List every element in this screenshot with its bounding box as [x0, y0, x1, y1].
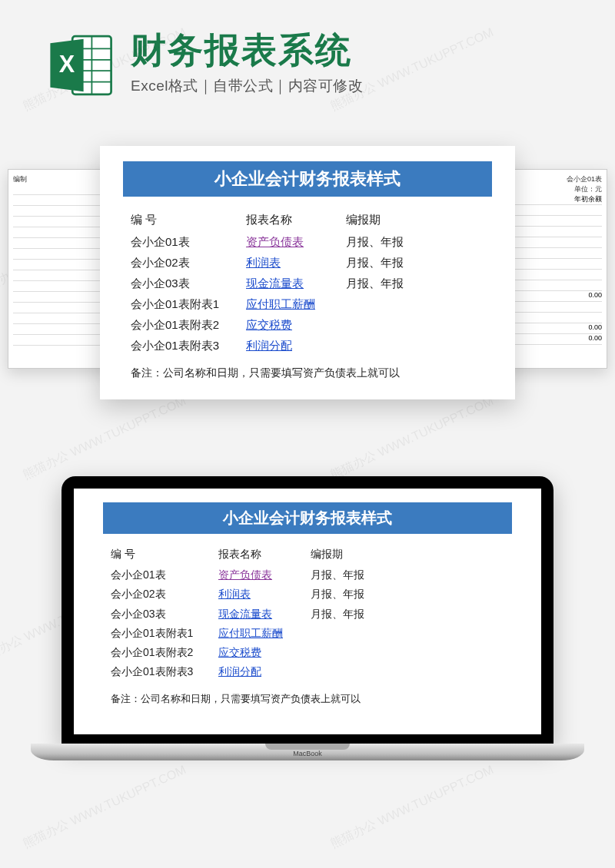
- watermark: 熊猫办公 WWW.TUKUPPT.COM: [20, 393, 188, 483]
- col-name: 报表名称: [246, 209, 346, 230]
- table-row: 会小企03表 现金流量表 月报、年报: [111, 605, 504, 624]
- col-code: 编 号: [111, 545, 218, 564]
- note-text: 备注：公司名称和日期，只需要填写资产负债表上就可以: [111, 692, 504, 706]
- card-banner: 小企业会计财务报表样式: [123, 161, 492, 197]
- report-link[interactable]: 利润表: [246, 256, 281, 269]
- cell-code: 会小企01表: [111, 565, 218, 585]
- table-row: 会小企03表 现金流量表 月报、年报: [131, 273, 484, 293]
- cell-code: 会小企02表: [111, 585, 218, 604]
- cell-code: 会小企01表附表1: [111, 624, 218, 643]
- watermark: 熊猫办公 WWW.TUKUPPT.COM: [20, 762, 188, 852]
- table-row: 会小企01表附表3 利润分配: [111, 662, 504, 681]
- table-row: 会小企01表附表1 应付职工薪酬: [131, 293, 484, 314]
- laptop-base: MacBook: [31, 744, 584, 760]
- cell-period: 月报、年报: [311, 585, 411, 604]
- table-row: 会小企01表附表2 应交税费: [111, 643, 504, 662]
- laptop-brand: MacBook: [293, 750, 322, 757]
- table-row: 会小企01表 资产负债表 月报、年报: [111, 565, 504, 585]
- table-row: 会小企01表附表3 利润分配: [131, 335, 484, 356]
- report-table: 编 号 报表名称 编报期 会小企01表 资产负债表 月报、年报 会小企02表 利…: [103, 545, 512, 706]
- cell-period: 月报、年报: [346, 252, 446, 273]
- report-link[interactable]: 应交税费: [246, 318, 292, 331]
- cell-code: 会小企01表: [131, 231, 246, 252]
- col-code: 编 号: [131, 209, 246, 230]
- col-name: 报表名称: [218, 545, 311, 564]
- cell-period: 月报、年报: [311, 565, 411, 585]
- table-header-row: 编 号 报表名称 编报期: [131, 209, 484, 230]
- cell-period: 月报、年报: [346, 231, 446, 252]
- preview-card: 小企业会计财务报表样式 编 号 报表名称 编报期 会小企01表 资产负债表 月报…: [100, 146, 515, 399]
- report-link[interactable]: 资产负债表: [246, 235, 304, 248]
- laptop-content: 小企业会计财务报表样式 编 号 报表名称 编报期 会小企01表 资产负债表 月报…: [74, 489, 541, 734]
- report-link[interactable]: 资产负债表: [218, 568, 272, 581]
- svg-text:X: X: [59, 51, 75, 77]
- report-link[interactable]: 应付职工薪酬: [246, 297, 315, 310]
- cell-code: 会小企01表附表1: [131, 293, 246, 314]
- report-link[interactable]: 利润表: [218, 588, 251, 600]
- cell-period: 月报、年报: [346, 273, 446, 293]
- cell-period: [346, 293, 446, 314]
- laptop-notch: [265, 744, 350, 750]
- cell-period: [346, 335, 446, 356]
- page-header: X 财务报表系统 Excel格式｜自带公式｜内容可修改: [0, 0, 615, 115]
- table-row: 会小企01表 资产负债表 月报、年报: [131, 231, 484, 252]
- col-period: 编报期: [311, 545, 411, 564]
- report-link[interactable]: 应交税费: [218, 646, 261, 658]
- cell-period: [311, 662, 411, 681]
- cell-period: [346, 314, 446, 335]
- col-period: 编报期: [346, 209, 446, 230]
- table-row: 会小企02表 利润表 月报、年报: [111, 585, 504, 604]
- page-title: 财务报表系统: [131, 31, 592, 70]
- cell-period: [311, 643, 411, 662]
- cell-period: 月报、年报: [311, 605, 411, 624]
- card-banner: 小企业会计财务报表样式: [103, 502, 512, 534]
- page-subtitle: Excel格式｜自带公式｜内容可修改: [131, 76, 592, 96]
- cell-code: 会小企02表: [131, 252, 246, 273]
- cell-code: 会小企01表附表2: [111, 643, 218, 662]
- laptop-mockup: 小企业会计财务报表样式 编 号 报表名称 编报期 会小企01表 资产负债表 月报…: [0, 476, 615, 760]
- preview-stack: 编制 会小企01表 单位：元 年初余额 0.00 0.00 0.00 小企业会计…: [31, 146, 584, 399]
- laptop-screen: 小企业会计财务报表样式 编 号 报表名称 编报期 会小企01表 资产负债表 月报…: [62, 476, 554, 744]
- cell-code: 会小企01表附表2: [131, 314, 246, 335]
- report-link[interactable]: 现金流量表: [246, 277, 304, 290]
- report-link[interactable]: 现金流量表: [218, 608, 272, 620]
- table-row: 会小企02表 利润表 月报、年报: [131, 252, 484, 273]
- table-row: 会小企01表附表2 应交税费: [131, 314, 484, 335]
- cell-period: [311, 624, 411, 643]
- cell-code: 会小企03表: [111, 605, 218, 624]
- watermark: 熊猫办公 WWW.TUKUPPT.COM: [327, 762, 496, 852]
- report-link[interactable]: 利润分配: [246, 339, 292, 352]
- cell-code: 会小企01表附表3: [111, 662, 218, 681]
- excel-icon: X: [46, 31, 115, 100]
- table-row: 会小企01表附表1 应付职工薪酬: [111, 624, 504, 643]
- cell-code: 会小企01表附表3: [131, 335, 246, 356]
- report-table: 编 号 报表名称 编报期 会小企01表 资产负债表 月报、年报 会小企02表 利…: [123, 209, 492, 380]
- cell-code: 会小企03表: [131, 273, 246, 293]
- watermark: 熊猫办公 WWW.TUKUPPT.COM: [327, 393, 496, 483]
- report-link[interactable]: 利润分配: [218, 665, 261, 678]
- report-link[interactable]: 应付职工薪酬: [218, 627, 283, 639]
- table-header-row: 编 号 报表名称 编报期: [111, 545, 504, 564]
- note-text: 备注：公司名称和日期，只需要填写资产负债表上就可以: [131, 366, 484, 380]
